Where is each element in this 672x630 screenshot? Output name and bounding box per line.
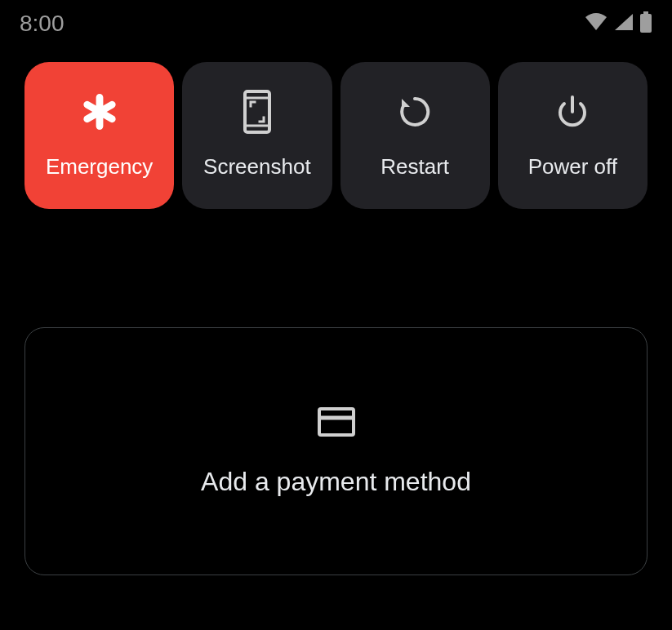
status-icons: [584, 11, 652, 36]
screenshot-button[interactable]: Screenshot: [182, 62, 332, 209]
power-off-button[interactable]: Power off: [498, 62, 648, 209]
emergency-asterisk-icon: [82, 92, 118, 131]
svg-rect-6: [319, 409, 354, 435]
cellular-signal-icon: [613, 12, 634, 35]
restart-icon: [397, 92, 433, 131]
power-menu: Emergency Screenshot Restart: [0, 39, 672, 209]
screenshot-label: Screenshot: [203, 154, 311, 180]
status-bar: 8:00: [0, 0, 672, 39]
credit-card-icon: [317, 406, 356, 441]
emergency-label: Emergency: [46, 154, 154, 180]
add-payment-method-card[interactable]: Add a payment method: [24, 327, 648, 575]
battery-icon: [639, 11, 652, 36]
emergency-button[interactable]: Emergency: [24, 62, 174, 209]
wifi-icon: [584, 12, 608, 35]
restart-label: Restart: [381, 154, 449, 180]
svg-rect-0: [643, 11, 648, 14]
power-off-label: Power off: [528, 154, 617, 180]
status-time: 8:00: [20, 11, 65, 37]
add-payment-method-label: Add a payment method: [201, 467, 471, 497]
screenshot-phone-icon: [243, 92, 272, 131]
svg-rect-1: [640, 14, 652, 33]
restart-button[interactable]: Restart: [340, 62, 490, 209]
power-icon: [554, 92, 590, 131]
